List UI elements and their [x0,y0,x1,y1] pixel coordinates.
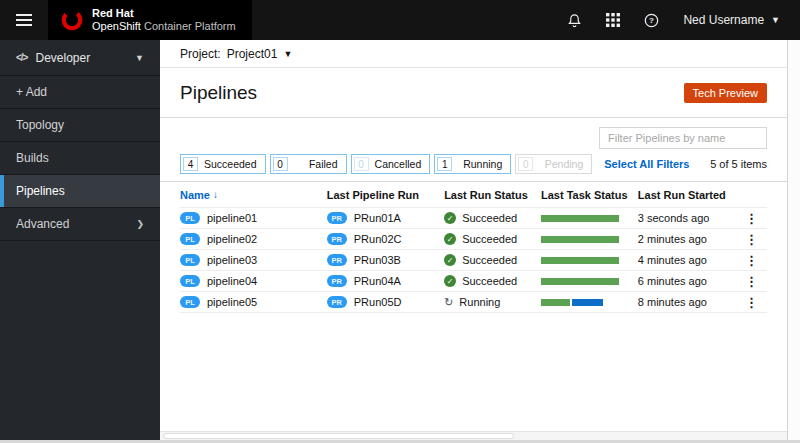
task-bar-segment [541,257,619,264]
row-actions-cell: ⋮ [738,212,767,225]
task-bar-segment [572,299,603,306]
table-header-row: Name ↓ Last Pipeline Run Last Run Status… [180,182,767,208]
filter-chip[interactable]: 0 Cancelled [351,154,431,174]
pipeline-name-link[interactable]: pipeline02 [207,233,257,245]
kebab-menu-button[interactable]: ⋮ [742,233,761,246]
table-row: PL pipeline02 PR PRun02C ✓ Succeeded 2 m… [180,229,767,250]
chevron-down-icon: ▼ [771,15,780,25]
pipeline-run-cell: PR PRun03B [327,254,444,266]
filter-chip[interactable]: 4 Succeeded [180,154,266,174]
menu-toggle-button[interactable] [0,14,48,26]
pipeline-run-link[interactable]: PRun05D [354,296,402,308]
filter-chip: 0 Pending [515,154,592,174]
pipeline-run-link[interactable]: PRun04A [354,275,401,287]
pipeline-run-badge: PR [327,233,347,245]
perspective-switcher[interactable]: </> Developer ▼ [0,40,160,76]
user-menu[interactable]: Ned Username ▼ [683,13,780,27]
sidebar-item-label: Builds [16,151,49,165]
filter-chip[interactable]: 0 Failed [270,154,347,174]
kebab-menu-button[interactable]: ⋮ [742,254,761,267]
check-circle-icon: ✓ [444,233,456,245]
notifications-button[interactable] [567,13,582,28]
items-count: 5 of 5 items [710,158,767,170]
row-actions-cell: ⋮ [738,296,767,309]
vertical-scrollbar[interactable] [787,40,800,440]
brand-text: Red Hat OpenShift Container Platform [92,7,236,32]
kebab-menu-button[interactable]: ⋮ [742,212,761,225]
pipeline-badge: PL [180,296,200,308]
sidebar-item-builds[interactable]: Builds [0,142,160,175]
pipeline-badge: PL [180,233,200,245]
filter-chip[interactable]: 1 Running [434,154,511,174]
code-icon: </> [16,52,27,63]
brand-line1: Red Hat [92,7,236,20]
check-circle-icon: ✓ [444,275,456,287]
help-button[interactable]: ? [644,13,659,28]
status-label: Succeeded [462,254,517,266]
sidebar-item-pipelines[interactable]: Pipelines [0,175,160,208]
chevron-right-icon: ❯ [136,219,144,229]
pipeline-name-link[interactable]: pipeline03 [207,254,257,266]
status-label: Running [459,296,500,308]
task-bar-segment [541,215,619,222]
pipeline-name-cell: PL pipeline01 [180,212,327,224]
chip-count: 0 [273,157,288,171]
select-all-filters-link[interactable]: Select All Filters [604,158,689,170]
main-content: Project: Project01 ▼ Pipelines Tech Prev… [160,40,787,431]
brand-logo[interactable]: Red Hat OpenShift Container Platform [48,0,252,40]
last-run-started-cell: 6 minutes ago [638,275,738,287]
horizontal-scrollbar[interactable] [160,431,787,440]
pipeline-run-link[interactable]: PRun01A [354,212,401,224]
project-value: Project01 [227,47,278,61]
pipeline-run-link[interactable]: PRun02C [354,233,402,245]
pipeline-run-badge: PR [327,275,347,287]
app-launcher-button[interactable] [606,13,620,27]
chip-label: Failed [288,158,346,170]
project-select[interactable]: Project01 ▼ [227,47,293,61]
masthead-toolbar: ? Ned Username ▼ [567,13,800,28]
kebab-menu-button[interactable]: ⋮ [742,296,761,309]
table-row: PL pipeline05 PR PRun05D ↻ Running 8 min… [180,292,767,313]
column-header-last-task-status: Last Task Status [541,189,638,201]
sidebar-item-add[interactable]: + Add [0,76,160,109]
chip-label: Running [452,158,510,170]
last-run-started-cell: 8 minutes ago [638,296,738,308]
bell-icon [567,13,582,28]
column-header-last-pipeline-run: Last Pipeline Run [327,189,444,201]
tech-preview-badge[interactable]: Tech Preview [684,83,767,103]
sidebar-item-advanced[interactable]: Advanced ❯ [0,208,160,241]
status-label: Succeeded [462,212,517,224]
pipeline-badge: PL [180,275,200,287]
kebab-menu-button[interactable]: ⋮ [742,275,761,288]
task-status-bar [541,257,619,264]
last-task-status-cell [541,278,638,285]
sidebar-item-topology[interactable]: Topology [0,109,160,142]
pipeline-run-cell: PR PRun05D [327,296,444,308]
pipeline-badge: PL [180,254,200,266]
pipeline-run-badge: PR [327,296,347,308]
column-header-name[interactable]: Name ↓ [180,189,327,201]
pipeline-run-badge: PR [327,212,347,224]
chip-label: Pending [533,158,591,170]
sidebar-item-label: Topology [16,118,64,132]
column-header-last-run-status: Last Run Status [444,189,541,201]
pipeline-name-link[interactable]: pipeline04 [207,275,257,287]
last-task-status-cell [541,215,638,222]
task-status-bar [541,215,619,222]
pipeline-run-link[interactable]: PRun03B [354,254,401,266]
project-bar: Project: Project01 ▼ [160,40,787,68]
sidebar-nav: </> Developer ▼ + Add Topology Builds Pi… [0,40,160,440]
pipeline-name-link[interactable]: pipeline05 [207,296,257,308]
scrollbar-thumb[interactable] [163,433,514,439]
pipeline-name-link[interactable]: pipeline01 [207,212,257,224]
sidebar-item-label: Advanced [16,217,69,231]
last-run-status-cell: ↻ Running [444,296,541,308]
chip-count: 4 [183,157,198,171]
last-run-status-cell: ✓ Succeeded [444,254,541,266]
filter-input[interactable] [599,127,767,149]
last-run-status-cell: ✓ Succeeded [444,275,541,287]
pipeline-name-cell: PL pipeline05 [180,296,327,308]
page-title: Pipelines [180,82,257,104]
chip-label: Succeeded [198,158,265,170]
last-run-started-cell: 2 minutes ago [638,233,738,245]
